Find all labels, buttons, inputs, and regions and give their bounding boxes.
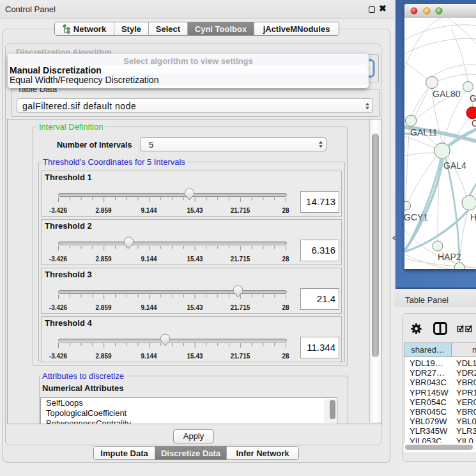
svg-text:GAL80: GAL80: [433, 89, 461, 99]
svg-text:C: C: [472, 118, 476, 128]
svg-text:HAP2: HAP2: [438, 252, 461, 262]
svg-text:GCY1: GCY1: [404, 212, 428, 222]
svg-text:GAL11: GAL11: [410, 127, 438, 137]
svg-text:G.: G.: [470, 93, 476, 104]
svg-text:H: H: [470, 212, 476, 222]
svg-text:GAL4: GAL4: [443, 160, 466, 171]
